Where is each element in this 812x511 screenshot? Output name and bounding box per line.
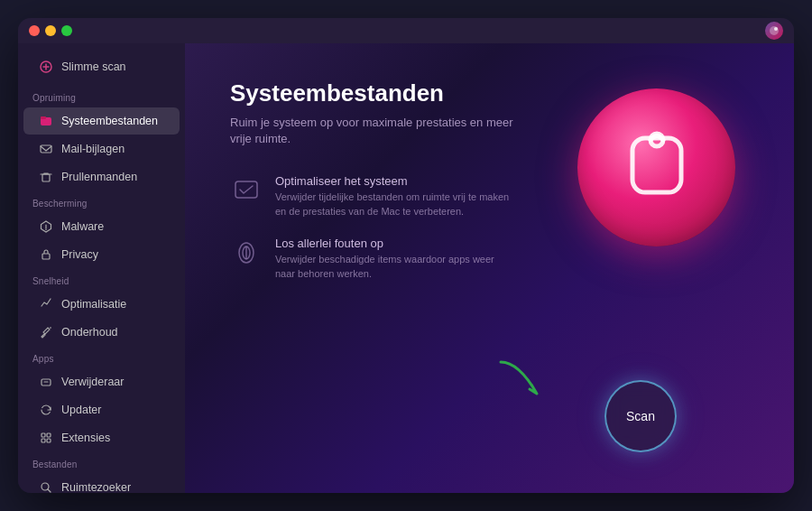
updater-label: Updater: [61, 404, 101, 416]
svg-point-1: [774, 27, 778, 31]
optimalisatie-label: Optimalisatie: [61, 298, 126, 311]
verwijderaar-label: Verwijderaar: [61, 376, 124, 388]
optimalisatie-icon: [38, 296, 54, 312]
svg-rect-5: [41, 145, 51, 153]
svg-rect-10: [47, 433, 51, 437]
feature-2-title: Los allerlei fouten op: [275, 237, 510, 250]
sidebar-item-malware[interactable]: Malware: [23, 213, 180, 240]
app-icon-circle: [577, 88, 735, 246]
scan-arrow-svg: [492, 353, 582, 407]
malware-label: Malware: [61, 220, 104, 233]
mail-bijlagen-label: Mail-bijlagen: [61, 143, 125, 155]
svg-rect-7: [42, 254, 50, 259]
feature-2-icon: [230, 237, 263, 269]
onderhoud-icon: [38, 324, 54, 340]
ruimtezoeker-label: Ruimtezoeker: [61, 481, 131, 493]
privacy-icon: [38, 246, 54, 263]
slimme-scan-icon: [38, 59, 54, 75]
section-snelheid-label: Snelheid: [18, 269, 185, 290]
ruimtezoeker-icon: [38, 479, 54, 493]
close-button[interactable]: [29, 25, 40, 36]
systeembestanden-icon: [38, 113, 54, 129]
sidebar-item-extensies[interactable]: Extensies: [23, 424, 180, 451]
slimme-scan-label: Slimme scan: [61, 60, 126, 73]
sidebar-item-onderhoud[interactable]: Onderhoud: [23, 319, 180, 346]
maximize-button[interactable]: [61, 25, 72, 36]
sidebar-item-mail-bijlagen[interactable]: Mail-bijlagen: [23, 135, 180, 163]
section-bestanden-label: Bestanden: [18, 452, 185, 473]
sidebar-item-optimalisatie[interactable]: Optimalisatie: [23, 291, 180, 318]
scan-button-wrapper: Scan: [604, 380, 677, 452]
malware-icon: [38, 218, 54, 235]
sidebar-item-updater[interactable]: Updater: [23, 396, 180, 423]
app-body: Slimme scan Opruiming Systeembestanden ➤: [18, 43, 794, 493]
feature-2-text: Los allerlei fouten op Verwijder beschad…: [275, 237, 510, 281]
feature-1-title: Optimaliseer het systeem: [275, 174, 510, 188]
privacy-label: Privacy: [61, 248, 98, 261]
sidebar-item-ruimtezoeker[interactable]: Ruimtezoeker: [23, 474, 180, 493]
onderhoud-label: Onderhoud: [61, 326, 118, 339]
feature-1-text: Optimaliseer het systeem Verwijder tijde…: [275, 174, 510, 218]
svg-rect-12: [47, 439, 51, 442]
sidebar: Slimme scan Opruiming Systeembestanden ➤: [18, 43, 185, 493]
feature-1-icon: [230, 174, 263, 207]
svg-rect-9: [42, 433, 45, 437]
svg-rect-6: [42, 174, 50, 181]
section-bescherming-label: Bescherming: [18, 191, 185, 212]
prullenmanden-icon: [38, 169, 54, 185]
scan-button[interactable]: Scan: [604, 380, 677, 452]
sidebar-item-systeembestanden[interactable]: Systeembestanden ➤: [23, 107, 180, 135]
verwijderaar-icon: [38, 374, 54, 390]
section-opruiming-label: Opruiming: [18, 86, 185, 107]
feature-1-desc: Verwijder tijdelijke bestanden om ruimte…: [275, 190, 510, 218]
minimize-button[interactable]: [45, 25, 56, 36]
svg-rect-11: [42, 439, 45, 442]
app-icon: [765, 22, 783, 40]
main-content: Systeembestanden Ruim je systeem op voor…: [185, 43, 794, 493]
app-big-icon: [577, 88, 740, 251]
app-window: Slimme scan Opruiming Systeembestanden ➤: [18, 18, 794, 493]
sidebar-item-verwijderaar[interactable]: Verwijderaar: [23, 368, 180, 395]
mail-bijlagen-icon: [38, 141, 54, 157]
page-subtitle: Ruim je systeem op voor maximale prestat…: [230, 115, 519, 147]
scan-button-label: Scan: [626, 409, 655, 423]
updater-icon: [38, 402, 54, 418]
feature-2-desc: Verwijder beschadigde items waardoor app…: [275, 253, 510, 281]
traffic-lights: [29, 25, 72, 36]
titlebar: [18, 18, 794, 43]
svg-rect-4: [41, 116, 46, 119]
systeembestanden-label: Systeembestanden: [61, 115, 158, 127]
tag-svg: [616, 127, 697, 209]
svg-rect-15: [235, 181, 257, 198]
sidebar-item-prullenmanden[interactable]: Prullenmanden: [23, 163, 180, 190]
extensies-icon: [38, 430, 54, 446]
sidebar-item-slimme-scan[interactable]: Slimme scan: [23, 53, 180, 80]
sidebar-item-privacy[interactable]: Privacy: [23, 241, 180, 268]
svg-point-0: [770, 26, 779, 35]
extensies-label: Extensies: [61, 432, 110, 444]
prullenmanden-label: Prullenmanden: [61, 171, 137, 183]
section-apps-label: Apps: [18, 347, 185, 367]
